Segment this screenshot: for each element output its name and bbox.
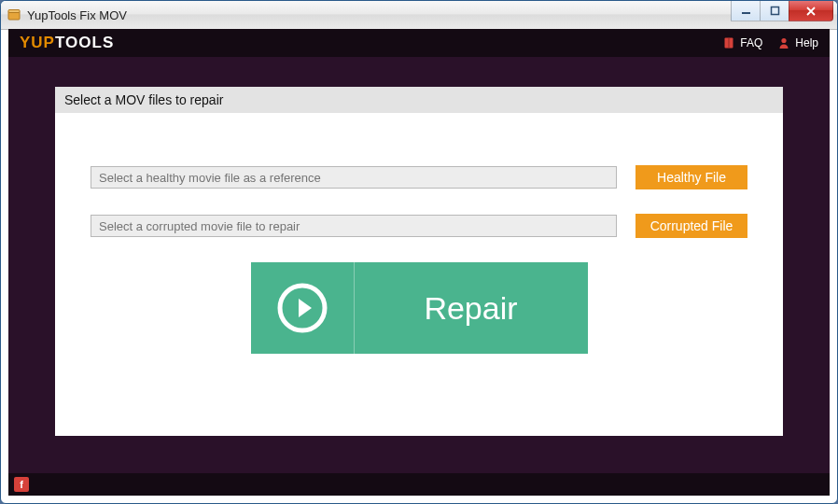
healthy-file-button[interactable]: Healthy File [635,165,747,189]
panel-title: Select a MOV files to repair [55,87,783,113]
faq-link[interactable]: FAQ [722,36,762,49]
corrupted-file-button[interactable]: Corrupted File [635,214,747,238]
titlebar[interactable]: YupTools Fix MOV [1,1,837,30]
healthy-row: Healthy File [91,165,747,189]
book-icon [722,36,735,49]
help-label: Help [795,36,818,49]
app-header: YUPTOOLS FAQ Help [8,29,830,57]
brand-part2: TOOLS [55,34,114,51]
repair-label: Repair [355,262,588,354]
minimize-button[interactable] [731,1,761,21]
healthy-file-input[interactable] [91,166,617,189]
svg-rect-3 [771,7,778,15]
brand-logo: YUPTOOLS [20,34,114,52]
faq-label: FAQ [740,36,762,49]
help-link[interactable]: Help [777,36,818,49]
window-title: YupTools Fix MOV [27,8,732,22]
user-icon [777,36,790,49]
form-area: Healthy File Corrupted File [55,113,783,354]
corrupted-row: Corrupted File [91,214,747,238]
app-window: YupTools Fix MOV YUPTOOLS FAQ [0,0,838,504]
app-body: Select a MOV files to repair Healthy Fil… [8,57,830,473]
corrupted-file-input[interactable] [91,215,617,237]
play-circle-icon [251,262,355,354]
repair-wrap: Repair [91,262,747,354]
svg-rect-5 [729,38,730,49]
repair-button[interactable]: Repair [251,262,588,354]
app-frame: YUPTOOLS FAQ Help Select a MOV files to … [8,29,830,496]
facebook-link[interactable]: f [14,477,29,492]
window-controls [732,1,833,21]
app-icon [7,7,21,22]
svg-point-6 [782,38,787,43]
maximize-button[interactable] [760,1,789,21]
close-button[interactable] [789,1,833,21]
brand-part1: YUP [20,34,55,51]
svg-rect-1 [8,10,20,13]
svg-rect-2 [742,12,750,14]
app-footer: f [8,473,830,496]
main-panel: Select a MOV files to repair Healthy Fil… [55,87,783,436]
